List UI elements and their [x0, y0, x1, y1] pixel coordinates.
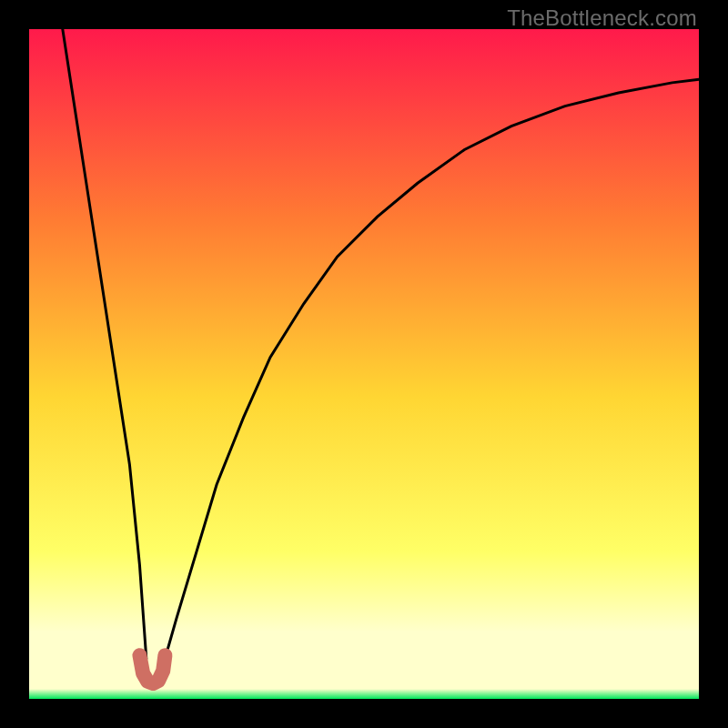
chart-frame — [29, 29, 699, 699]
watermark-label: TheBottleneck.com — [507, 5, 697, 31]
gradient-background — [29, 29, 699, 699]
chart-svg — [29, 29, 699, 699]
